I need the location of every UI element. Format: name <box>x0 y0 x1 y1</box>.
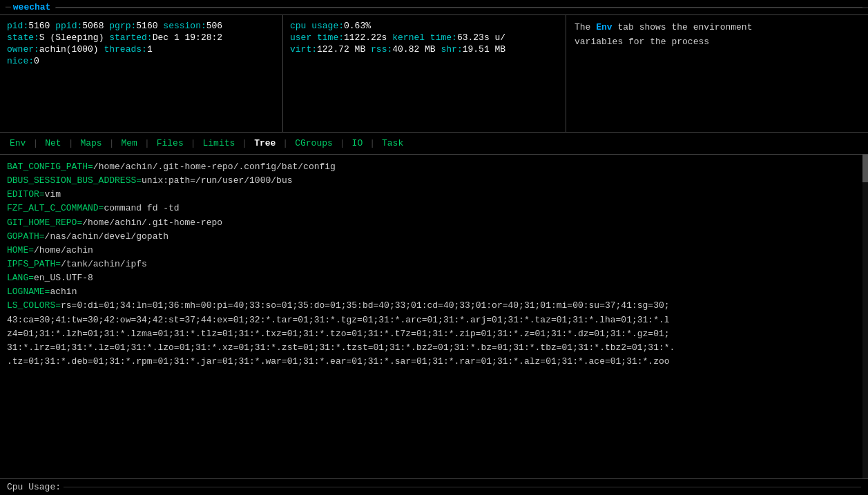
tab-tree[interactable]: Tree <box>249 135 281 151</box>
env-row-dbus: DBUS_SESSION_BUS_ADDRESS=unix:path=/run/… <box>7 174 861 188</box>
env-key-editor: EDITOR= <box>7 189 45 200</box>
cpu-usage-row: cpu usage:0.63% <box>290 21 559 31</box>
u-slash: u/ <box>495 32 506 43</box>
env-row-bat: BAT_CONFIG_PATH=/home/achin/.git-home-re… <box>7 160 861 174</box>
threads-value: 1 <box>147 44 153 55</box>
tab-mem[interactable]: Mem <box>115 135 142 151</box>
env-row-home: HOME=/home/achin <box>7 244 861 258</box>
nice-row: nice:0 <box>7 56 276 66</box>
title-bar: weechat <box>0 0 868 15</box>
env-key-bat: BAT_CONFIG_PATH= <box>7 162 93 172</box>
process-col1: pid:5160 ppid:5068 pgrp:5160 session:506… <box>0 15 283 132</box>
env-key-git: GIT_HOME_REPO= <box>7 217 82 228</box>
env-key-home: HOME= <box>7 245 34 255</box>
nice-value: 0 <box>34 56 39 66</box>
user-time-label: user time: <box>290 32 344 43</box>
virt-label: virt: <box>290 44 317 55</box>
sep7: | <box>281 138 289 148</box>
env-row-ls-colors-cont3: 31:*.lrz=01;31:*.lz=01;31:*.lzo=01;31:*.… <box>7 341 861 355</box>
owner-row: owner:achin(1000) threads:1 <box>7 44 276 55</box>
sep9: | <box>368 138 376 148</box>
env-row-logname: LOGNAME=achin <box>7 285 861 299</box>
owner-label: owner: <box>7 44 39 55</box>
tab-cgroups[interactable]: CGroups <box>289 135 338 151</box>
env-row-editor: EDITOR=vim <box>7 188 861 202</box>
pgrp-label: pgrp: <box>109 21 136 31</box>
app-title: weechat <box>13 2 51 12</box>
tab-net[interactable]: Net <box>39 135 66 151</box>
tab-task[interactable]: Task <box>376 135 409 151</box>
env-row-gopath: GOPATH=/nas/achin/devel/gopath <box>7 230 861 244</box>
tab-files[interactable]: Files <box>151 135 189 151</box>
cpu-bar-line <box>64 487 861 487</box>
help-env-word: Env <box>596 22 612 32</box>
ppid-value: 5068 <box>82 21 104 31</box>
pgrp-value: 5160 <box>136 21 157 31</box>
env-val-ls: rs=0:di=01;34:ln=01;36:mh=00:pi=40;33:so… <box>61 300 670 311</box>
started-label: started: <box>109 32 152 43</box>
shr-label: shr: <box>441 44 463 55</box>
env-val-home: /home/achin <box>34 245 93 255</box>
tab-env[interactable]: Env <box>4 135 31 151</box>
process-col2: cpu usage:0.63% user time:1122.22s kerne… <box>283 15 566 132</box>
help-line1-prefix: The <box>575 22 596 32</box>
help-line2: variables for the process <box>575 37 709 47</box>
help-text: The Env tab shows the environment variab… <box>575 21 860 50</box>
main-content: BAT_CONFIG_PATH=/home/achin/.git-home-re… <box>0 155 868 478</box>
bottom-bar: Cpu Usage: <box>0 478 868 495</box>
cpu-usage-bottom-label: Cpu Usage: <box>7 482 61 492</box>
virt-value: 122.72 MB <box>317 44 365 55</box>
owner-value: achin(1000) <box>39 44 99 55</box>
env-row-git: GIT_HOME_REPO=/home/achin/.git-home-repo <box>7 216 861 230</box>
env-key-dbus: DBUS_SESSION_BUS_ADDRESS= <box>7 175 142 186</box>
env-key-logname: LOGNAME= <box>7 287 50 297</box>
tab-limits[interactable]: Limits <box>197 135 241 151</box>
env-row-ipfs: IPFS_PATH=/tank/achin/ipfs <box>7 258 861 271</box>
env-val-bat: /home/achin/.git-home-repo/.config/bat/c… <box>93 162 336 172</box>
pid-row: pid:5160 ppid:5068 pgrp:5160 session:506 <box>7 21 276 31</box>
session-label: session: <box>163 21 206 31</box>
pid-value: 5160 <box>28 21 50 31</box>
mem-row: virt:122.72 MB rss:40.82 MB shr:19.51 MB <box>290 44 559 55</box>
cpu-usage-label: cpu usage: <box>290 21 344 31</box>
env-row-ls-colors-cont2: z4=01;31:*.lzh=01;31:*.lzma=01;31:*.tlz=… <box>7 327 861 341</box>
env-val-editor: vim <box>45 189 61 200</box>
state-row: state:S (Sleeping) started:Dec 1 19:28:2 <box>7 32 276 43</box>
shr-value: 19.51 MB <box>463 44 505 55</box>
sep6: | <box>240 138 249 148</box>
env-list: BAT_CONFIG_PATH=/home/achin/.git-home-re… <box>0 157 868 476</box>
env-val-gopath: /nas/achin/devel/gopath <box>45 231 168 242</box>
scrollbar-thumb <box>862 155 868 182</box>
sep2: | <box>67 138 75 148</box>
env-val-ipfs: /tank/achin/ipfs <box>61 259 147 269</box>
user-time-value: 1122.22s <box>344 32 387 43</box>
env-val-ls-c4: .tz=01;31:*.deb=01;31:*.rpm=01;31:*.jar=… <box>7 356 670 367</box>
env-val-dbus: unix:path=/run/user/1000/bus <box>142 175 292 186</box>
scrollbar[interactable] <box>862 155 868 478</box>
state-label: state: <box>7 32 39 43</box>
env-key-lang: LANG= <box>7 273 34 283</box>
time-row: user time:1122.22s kernel time:63.23s u/ <box>290 32 559 43</box>
cpu-usage-value: 0.63% <box>344 21 371 31</box>
env-key-ls: LS_COLORS= <box>7 300 61 311</box>
env-val-ls-c3: 31:*.lrz=01;31:*.lz=01;31:*.lzo=01;31:*.… <box>7 342 675 353</box>
tab-io[interactable]: IO <box>347 135 369 151</box>
env-val-git: /home/achin/.git-home-repo <box>82 217 222 228</box>
env-row-fzf: FZF_ALT_C_COMMAND=command fd -td <box>7 202 861 215</box>
sep1: | <box>31 138 39 148</box>
title-bar-line <box>56 7 862 8</box>
sep4: | <box>143 138 151 148</box>
session-value: 506 <box>206 21 222 31</box>
env-val-lang: en_US.UTF-8 <box>34 273 93 283</box>
env-row-ls-colors-cont4: .tz=01;31:*.deb=01;31:*.rpm=01;31:*.jar=… <box>7 355 861 369</box>
rss-label: rss: <box>371 44 392 55</box>
tab-maps[interactable]: Maps <box>75 135 107 151</box>
process-info-panel: pid:5160 ppid:5068 pgrp:5160 session:506… <box>0 15 868 133</box>
env-key-ipfs: IPFS_PATH= <box>7 259 61 269</box>
env-val-fzf: command fd -td <box>104 203 179 213</box>
started-value: Dec 1 19:28:2 <box>153 32 222 43</box>
process-col3: The Env tab shows the environment variab… <box>566 15 868 132</box>
pid-label: pid: <box>7 21 28 31</box>
help-line1-suffix: tab shows the environment <box>613 22 753 32</box>
state-value: S (Sleeping) <box>39 32 104 43</box>
